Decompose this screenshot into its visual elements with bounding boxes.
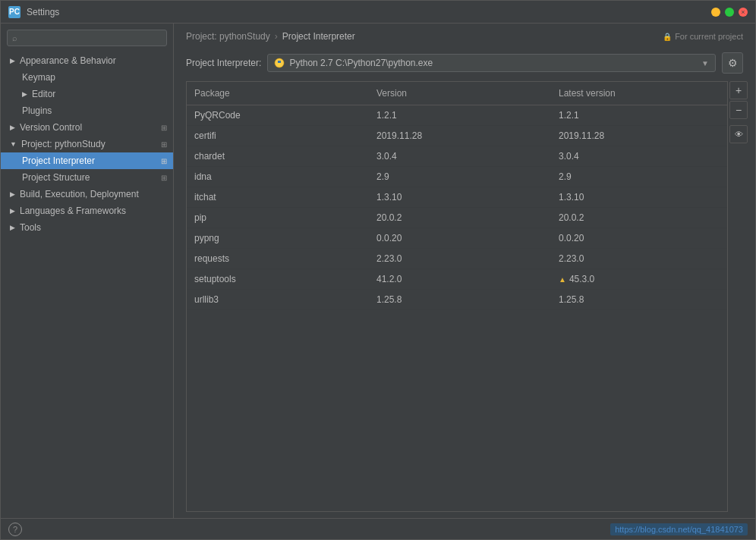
sidebar-item-label: Version Control: [20, 122, 82, 133]
add-package-button[interactable]: +: [729, 81, 748, 99]
search-input[interactable]: [20, 33, 162, 43]
for-current-label: 🔒 For current project: [663, 32, 743, 41]
interpreter-row: Project Interpreter: Python 2.7 C:\Pytho…: [174, 48, 755, 81]
python-icon: [274, 58, 285, 68]
project-structure-icon: ⊞: [161, 174, 167, 182]
table-header: Package Version Latest version: [187, 82, 727, 105]
table-row[interactable]: urllib31.25.81.25.8: [187, 290, 727, 310]
sidebar-item-keymap[interactable]: Keymap: [1, 69, 173, 86]
side-buttons: + − 👁: [728, 81, 749, 512]
project-icon: ⊞: [161, 140, 167, 149]
sidebar-item-project-interpreter[interactable]: Project Interpreter ⊞: [1, 152, 173, 169]
settings-window: PC Settings × ⌕ ▶ Appearance & Behavior …: [0, 0, 756, 540]
table-row[interactable]: idna2.92.9: [187, 167, 727, 187]
maximize-button[interactable]: [725, 8, 734, 17]
td-version: 2.23.0: [369, 252, 551, 265]
table-row[interactable]: pypng0.0.200.0.20: [187, 228, 727, 249]
td-latest: 3.0.4: [551, 149, 727, 163]
arrow-icon: ▶: [22, 90, 27, 98]
search-box[interactable]: ⌕: [7, 30, 167, 46]
td-package: certifi: [187, 129, 369, 143]
td-latest: 1.3.10: [551, 190, 727, 204]
arrow-icon: ▶: [10, 57, 15, 64]
package-area: Package Version Latest version PyQRCode1…: [186, 81, 749, 512]
sidebar-nav: ▶ Appearance & Behavior Keymap ▶ Editor …: [1, 52, 173, 518]
latest-version-value: 1.25.8: [559, 294, 584, 305]
td-latest: 2.9: [551, 170, 727, 184]
arrow-icon: ▶: [10, 124, 15, 131]
table-body: PyQRCode1.2.11.2.1certifi2019.11.282019.…: [187, 105, 727, 511]
sidebar-item-version-control[interactable]: ▶ Version Control ⊞: [1, 119, 173, 136]
td-package: chardet: [187, 149, 369, 163]
table-row[interactable]: certifi2019.11.282019.11.28: [187, 126, 727, 146]
sidebar-item-plugins[interactable]: Plugins: [1, 102, 173, 119]
table-row[interactable]: PyQRCode1.2.11.2.1: [187, 105, 727, 126]
latest-version-value: 2.9: [559, 171, 572, 182]
package-table: Package Version Latest version PyQRCode1…: [186, 81, 728, 512]
remove-package-button[interactable]: −: [729, 101, 748, 119]
td-package: itchat: [187, 190, 369, 204]
project-interpreter-icon: ⊞: [161, 157, 167, 165]
table-row[interactable]: requests2.23.02.23.0: [187, 249, 727, 269]
latest-version-value: 0.0.20: [559, 233, 584, 243]
td-version: 2.9: [369, 170, 551, 184]
interpreter-select-dropdown[interactable]: Python 2.7 C:\Python27\python.exe ▼: [267, 54, 716, 72]
latest-version-value: 3.0.4: [559, 151, 579, 162]
sidebar-item-tools[interactable]: ▶ Tools: [1, 219, 173, 236]
arrow-icon: ▶: [10, 207, 15, 215]
main-content: ⌕ ▶ Appearance & Behavior Keymap ▶ Edito…: [1, 24, 755, 518]
latest-version-value: 2.23.0: [559, 253, 584, 264]
sidebar: ⌕ ▶ Appearance & Behavior Keymap ▶ Edito…: [1, 24, 174, 518]
window-controls: ×: [711, 8, 748, 17]
arrow-icon: ▶: [10, 224, 15, 231]
th-package: Package: [187, 86, 369, 100]
sidebar-item-languages[interactable]: ▶ Languages & Frameworks: [1, 202, 173, 219]
sidebar-item-editor[interactable]: ▶ Editor: [1, 86, 173, 102]
help-button[interactable]: ?: [8, 523, 22, 536]
sidebar-item-label: Project: pythonStudy: [21, 139, 106, 149]
td-version: 0.0.20: [369, 231, 551, 245]
bottom-link[interactable]: https://blog.csdn.net/qq_41841073: [610, 523, 748, 535]
th-version: Version: [369, 86, 551, 100]
breadcrumb-project: Project: pythonStudy: [186, 31, 270, 42]
minimize-button[interactable]: [711, 8, 720, 17]
td-package: setuptools: [187, 272, 369, 286]
title-bar: PC Settings ×: [1, 1, 755, 24]
td-package: pip: [187, 211, 369, 224]
sidebar-item-label: Project Structure: [22, 172, 90, 183]
sidebar-item-label: Build, Execution, Deployment: [20, 189, 139, 199]
interpreter-label: Project Interpreter:: [186, 58, 261, 68]
latest-version-value: 1.2.1: [559, 110, 579, 121]
sidebar-item-project[interactable]: ▼ Project: pythonStudy ⊞: [1, 136, 173, 152]
sidebar-item-project-structure[interactable]: Project Structure ⊞: [1, 169, 173, 186]
dropdown-arrow-icon: ▼: [701, 59, 709, 68]
latest-version-value: 2019.11.28: [559, 130, 604, 141]
gear-button[interactable]: ⚙: [722, 52, 743, 74]
table-row[interactable]: pip20.0.220.0.2: [187, 208, 727, 228]
upgrade-arrow-icon: ▲: [559, 275, 566, 284]
td-version: 1.25.8: [369, 293, 551, 306]
td-version: 1.3.10: [369, 190, 551, 204]
td-package: pypng: [187, 231, 369, 245]
sidebar-item-label: Project Interpreter: [22, 155, 95, 166]
td-latest: 1.2.1: [551, 108, 727, 122]
td-version: 2019.11.28: [369, 129, 551, 143]
search-icon: ⌕: [12, 33, 17, 42]
sidebar-item-label: Plugins: [22, 105, 52, 116]
close-button[interactable]: ×: [739, 8, 748, 17]
td-latest: 20.0.2: [551, 211, 727, 224]
table-row[interactable]: itchat1.3.101.3.10: [187, 187, 727, 208]
latest-version-value: 1.3.10: [559, 192, 584, 202]
show-options-button[interactable]: 👁: [729, 125, 748, 143]
table-row[interactable]: setuptools41.2.0▲ 45.3.0: [187, 269, 727, 290]
arrow-icon: ▼: [10, 140, 17, 148]
td-version: 20.0.2: [369, 211, 551, 224]
breadcrumb-current: Project Interpreter: [282, 31, 355, 42]
td-package: PyQRCode: [187, 108, 369, 122]
sidebar-item-build-execution[interactable]: ▶ Build, Execution, Deployment: [1, 186, 173, 202]
sidebar-item-appearance[interactable]: ▶ Appearance & Behavior: [1, 52, 173, 69]
table-row[interactable]: chardet3.0.43.0.4: [187, 146, 727, 167]
td-package: idna: [187, 170, 369, 184]
sidebar-item-label: Editor: [32, 89, 55, 99]
sidebar-item-label: Appearance & Behavior: [20, 55, 116, 66]
